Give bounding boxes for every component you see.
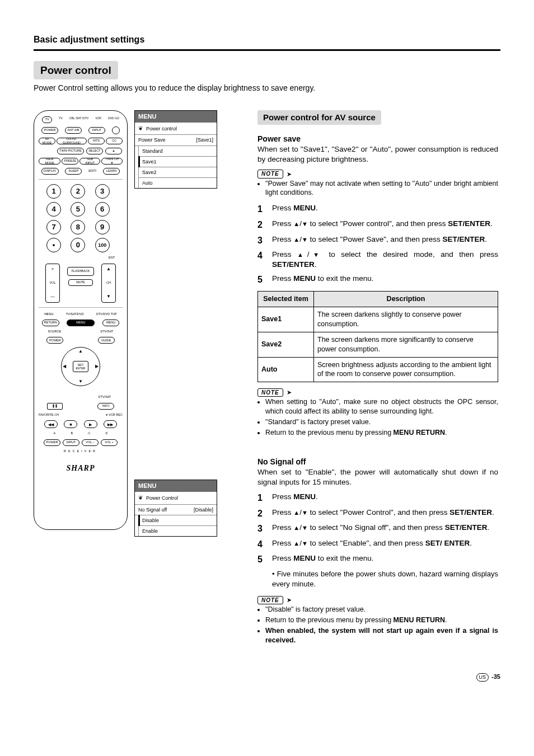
- remote-row: VIEW MODE FREEZE SUB INPUT TWIN CH ▼: [39, 158, 123, 165]
- pause-button[interactable]: ❚❚: [47, 403, 63, 410]
- table-row: Save1The screen darkens slightly to cons…: [258, 307, 498, 332]
- mute-button[interactable]: MUTE: [68, 279, 93, 286]
- note-block: NOTE➤: [257, 168, 498, 179]
- note-block: NOTE➤: [257, 594, 498, 605]
- twin-button[interactable]: TWIN PICTURE: [57, 148, 84, 154]
- note-item: Return to the previous menu by pressing …: [265, 616, 498, 625]
- divider: [34, 49, 500, 51]
- note-item: When setting to "Auto", make sure no obj…: [265, 397, 498, 416]
- osd-menu-no-signal: MENU ❦ Power Control No Signal off [Disa…: [134, 480, 217, 537]
- vol-ch-area: ＋VOL— FLASHBACK MUTE ▲CH▼: [39, 264, 123, 303]
- ff-button[interactable]: ▶▶: [104, 420, 117, 428]
- osd-option: Save1: [138, 157, 217, 167]
- num-9[interactable]: 9: [95, 220, 110, 234]
- no-signal-intro: When set to "Enable", the power will aut…: [257, 467, 498, 487]
- learn-button[interactable]: LEARN: [103, 168, 120, 175]
- num-4[interactable]: 4: [46, 202, 61, 217]
- remote-mode-labels: TV TV CBL /SAT /DTV VCR DVD /LD: [39, 116, 123, 123]
- power-button[interactable]: POWER: [41, 127, 58, 134]
- note-list: "Disable" is factory preset value.Return…: [257, 605, 498, 645]
- av-source-heading: Power control for AV source: [257, 110, 381, 125]
- table-header: Selected item: [258, 292, 314, 307]
- up-button[interactable]: ▲: [105, 148, 122, 154]
- note-block: NOTE➤: [257, 387, 498, 397]
- receiver-input[interactable]: INPUT: [63, 439, 79, 446]
- volume-rocker[interactable]: ＋VOL—: [45, 264, 60, 303]
- power-save-intro: When set to "Save1", "Save2" or "Auto", …: [257, 144, 498, 165]
- step: 5Press MENU to exit the menu.: [257, 274, 498, 286]
- num-2[interactable]: 2: [71, 184, 85, 199]
- num-100[interactable]: 100: [95, 238, 110, 252]
- page-title: Power control: [34, 61, 118, 80]
- step: 1Press MENU.: [257, 203, 498, 215]
- osd-menu-power-save: MENU ❦ Power control Power Save [Save1] …: [134, 110, 217, 189]
- receiver-label: RECEIVER: [39, 449, 123, 453]
- mts-button[interactable]: MTS: [88, 138, 105, 144]
- return-button[interactable]: RETURN: [42, 320, 59, 326]
- num-0[interactable]: 0: [71, 238, 85, 252]
- play-button[interactable]: ▶: [84, 420, 97, 428]
- receiver-power[interactable]: POWER: [44, 439, 60, 446]
- down-button[interactable]: TWIN CH ▼: [101, 158, 123, 165]
- guide-button[interactable]: GUIDE: [98, 337, 115, 344]
- note-list: When setting to "Auto", make sure no obj…: [257, 397, 498, 438]
- menu-button[interactable]: MENU: [67, 320, 95, 326]
- num-5[interactable]: 5: [71, 202, 85, 217]
- remote-row: POWER ANT A/B INPUT: [39, 126, 123, 134]
- ent-label: ENT: [39, 256, 123, 260]
- leaf-icon: ❦: [138, 494, 143, 502]
- num-3[interactable]: 3: [95, 184, 110, 199]
- subinput-button[interactable]: SUB INPUT: [79, 158, 100, 165]
- channel-rocker[interactable]: ▲CH▼: [101, 264, 116, 303]
- display-button[interactable]: DISPLAY: [41, 168, 59, 175]
- no-signal-heading: No Signal off: [257, 457, 498, 467]
- osd-setting: No Signal off [Disable]: [135, 505, 217, 515]
- num-8[interactable]: 8: [71, 220, 85, 234]
- num-1[interactable]: 1: [46, 184, 61, 199]
- brand-logo: SHARP: [39, 463, 123, 474]
- step: 3Press ▲/▼ to select "Power Save", and t…: [257, 234, 498, 247]
- num-7[interactable]: 7: [46, 220, 61, 234]
- power-button-2[interactable]: POWER: [46, 337, 63, 344]
- info-button[interactable]: INFO: [97, 403, 114, 410]
- dpad[interactable]: ▲▼ ◀▶ SET/ ENTER: [39, 347, 123, 392]
- flashback-button[interactable]: FLASHBACK: [67, 267, 94, 276]
- viewmode-button[interactable]: VIEW MODE: [39, 158, 60, 165]
- stop-button[interactable]: ■: [64, 420, 77, 428]
- select-button[interactable]: SELECT: [86, 148, 103, 154]
- remote-row: AV MODE FRONT SURROUND MTS CC: [39, 138, 123, 144]
- step-sub: Five minutes before the power shuts down…: [272, 569, 498, 589]
- remote-row: TWIN PICTURE SELECT ▲: [39, 148, 123, 154]
- osd-title: ❦ Power Control: [135, 492, 217, 505]
- remote-numpad: 1 2 3 4 5 6 7 8 9 • 0 100: [39, 184, 123, 252]
- avmode-button[interactable]: AV MODE: [39, 138, 55, 144]
- freeze-button[interactable]: FREEZE: [62, 158, 78, 165]
- input-button[interactable]: INPUT: [88, 127, 105, 134]
- remote-control: TV TV CBL /SAT /DTV VCR DVD /LD POWER AN…: [34, 110, 128, 530]
- sleep-button[interactable]: SLEEP: [65, 168, 82, 175]
- note-label: NOTE: [257, 170, 283, 179]
- receiver-vol-down[interactable]: VOL –: [82, 439, 99, 446]
- osd-option: Standard: [138, 146, 217, 157]
- table-row: AutoScreen brightness adjusts according …: [258, 357, 498, 382]
- menu-button-2[interactable]: MENU: [102, 320, 119, 326]
- steps-list: 1Press MENU.2Press ▲/▼ to select "Power …: [257, 492, 498, 589]
- osd-header: MENU: [135, 480, 217, 492]
- page-footer: US -35: [34, 673, 500, 681]
- ant-button[interactable]: ANT A/B: [65, 127, 82, 134]
- set-enter-button[interactable]: SET/ ENTER: [73, 361, 88, 372]
- num-dot[interactable]: •: [46, 238, 61, 252]
- osd-option: Disable: [138, 515, 217, 526]
- rew-button[interactable]: ◀◀: [44, 420, 58, 428]
- note-label: NOTE: [257, 596, 283, 605]
- num-6[interactable]: 6: [95, 202, 110, 217]
- note-item: "Power Save" may not activate when setti…: [265, 179, 498, 198]
- light-button[interactable]: [112, 126, 120, 134]
- note-item: Return to the previous menu by pressing …: [265, 428, 498, 438]
- receiver-vol-up[interactable]: VOL +: [101, 439, 118, 446]
- surround-button[interactable]: FRONT SURROUND: [57, 138, 87, 144]
- cc-button[interactable]: CC: [106, 138, 123, 144]
- step: 4Press ▲/▼ to select the desired mode, a…: [257, 250, 498, 270]
- osd-option: Auto: [138, 178, 217, 188]
- osd-title: ❦ Power control: [135, 123, 217, 135]
